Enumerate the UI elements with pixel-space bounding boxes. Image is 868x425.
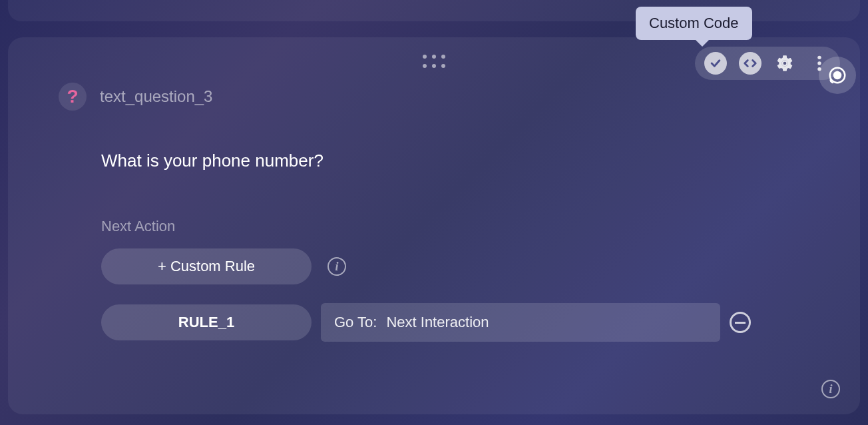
goto-select[interactable]: Go To: Next Interaction (321, 303, 720, 342)
svg-point-4 (833, 71, 842, 80)
question-card: ? text_question_3 What is your phone num… (8, 37, 860, 414)
goto-value: Next Interaction (386, 314, 489, 331)
info-icon: i (821, 380, 840, 398)
card-header: ? text_question_3 (59, 83, 833, 111)
svg-point-1 (817, 61, 821, 65)
validate-button[interactable] (704, 52, 727, 75)
svg-point-0 (817, 56, 821, 59)
custom-code-button[interactable] (739, 52, 761, 75)
rule-row: RULE_1 Go To: Next Interaction (101, 303, 833, 342)
settings-button[interactable] (773, 52, 796, 75)
minus-icon (735, 322, 746, 324)
next-action-label: Next Action (101, 218, 833, 235)
tooltip-label: Custom Code (649, 15, 739, 31)
question-text[interactable]: What is your phone number? (101, 151, 833, 171)
add-custom-rule-button[interactable]: + Custom Rule (101, 248, 312, 284)
goto-label: Go To: (334, 314, 377, 331)
question-type-icon: ? (59, 83, 87, 111)
question-mark-glyph: ? (67, 86, 78, 107)
code-icon (743, 56, 758, 71)
card-info-button[interactable]: i (821, 380, 840, 398)
chat-headset-icon (827, 65, 847, 85)
card-title[interactable]: text_question_3 (100, 87, 212, 106)
check-icon (709, 57, 722, 70)
info-icon[interactable]: i (327, 257, 346, 276)
custom-code-tooltip: Custom Code (636, 7, 752, 40)
remove-rule-button[interactable] (730, 312, 751, 333)
drag-handle-icon[interactable] (423, 55, 445, 68)
gear-icon (775, 54, 794, 73)
support-chat-button[interactable] (819, 57, 856, 94)
custom-rule-row: + Custom Rule i (101, 248, 833, 284)
rule-name-button[interactable]: RULE_1 (101, 304, 312, 340)
